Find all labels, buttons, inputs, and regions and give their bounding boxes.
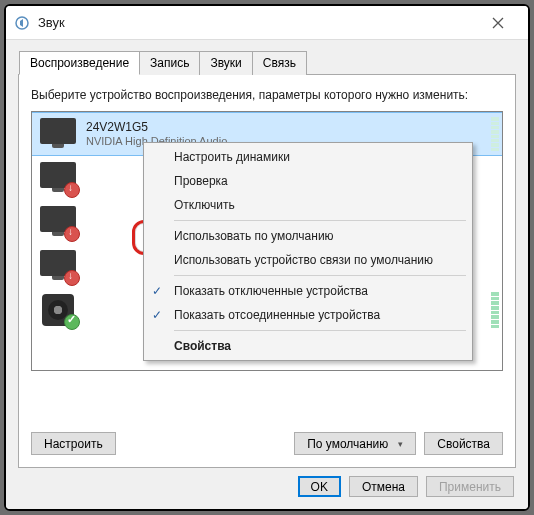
tab-sounds[interactable]: Звуки [199, 51, 252, 75]
menu-separator [174, 330, 466, 331]
menu-item-set-default[interactable]: Использовать по умолчанию [144, 224, 472, 248]
menu-item-disable[interactable]: Отключить [144, 193, 472, 217]
playback-tab-pane: Выберите устройство воспроизведения, пар… [18, 74, 516, 468]
vu-meter [491, 292, 499, 328]
menu-item-test[interactable]: Проверка [144, 169, 472, 193]
window-title: Звук [38, 15, 476, 30]
set-default-label: По умолчанию [307, 437, 388, 451]
monitor-icon [38, 116, 78, 152]
monitor-icon [38, 204, 78, 240]
tab-recording[interactable]: Запись [139, 51, 200, 75]
sound-dialog: Звук Воспроизведение Запись Звуки Связь … [4, 4, 530, 511]
app-icon [14, 15, 30, 31]
speaker-icon [38, 292, 78, 328]
properties-button[interactable]: Свойства [424, 432, 503, 455]
status-badge-disconnected [64, 270, 80, 286]
tab-communications[interactable]: Связь [252, 51, 307, 75]
dialog-buttons: OK Отмена Применить [298, 476, 514, 497]
dialog-body: Воспроизведение Запись Звуки Связь Выбер… [6, 40, 528, 509]
status-badge-disconnected [64, 226, 80, 242]
menu-item-properties[interactable]: Свойства [144, 334, 472, 358]
status-badge-disconnected [64, 182, 80, 198]
menu-separator [174, 275, 466, 276]
apply-button[interactable]: Применить [426, 476, 514, 497]
status-badge-default [64, 314, 80, 330]
monitor-icon [38, 248, 78, 284]
context-menu: Настроить динамики Проверка Отключить Ис… [143, 142, 473, 361]
monitor-icon [38, 160, 78, 196]
menu-item-configure-speakers[interactable]: Настроить динамики [144, 145, 472, 169]
device-name: 24V2W1G5 [86, 120, 227, 134]
configure-button[interactable]: Настроить [31, 432, 116, 455]
menu-item-show-disconnected[interactable]: Показать отсоединенные устройства [144, 303, 472, 327]
menu-separator [174, 220, 466, 221]
tab-bar: Воспроизведение Запись Звуки Связь [19, 50, 516, 74]
set-default-dropdown[interactable]: По умолчанию [294, 432, 416, 455]
device-list[interactable]: 24V2W1G5 NVIDIA High Definition Audio [31, 111, 503, 371]
menu-item-set-default-comm[interactable]: Использовать устройство связи по умолчан… [144, 248, 472, 272]
tab-playback[interactable]: Воспроизведение [19, 51, 140, 75]
instruction-text: Выберите устройство воспроизведения, пар… [31, 87, 503, 103]
vu-meter [491, 117, 499, 151]
close-button[interactable] [476, 8, 520, 38]
menu-item-show-disabled[interactable]: Показать отключенные устройства [144, 279, 472, 303]
titlebar: Звук [6, 6, 528, 40]
ok-button[interactable]: OK [298, 476, 341, 497]
cancel-button[interactable]: Отмена [349, 476, 418, 497]
tab-buttons-row: Настроить По умолчанию Свойства [31, 432, 503, 455]
